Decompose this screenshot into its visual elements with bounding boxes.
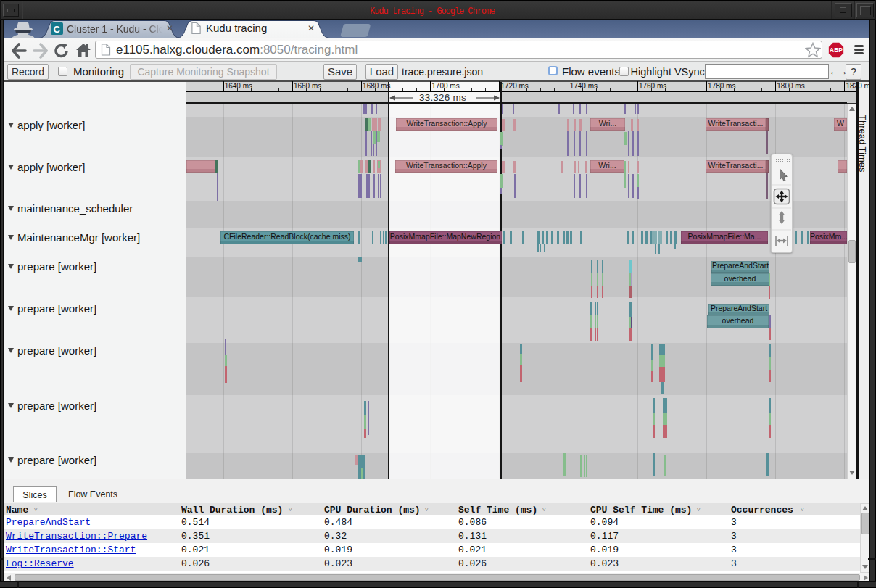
svg-text:ABP: ABP (830, 46, 843, 54)
